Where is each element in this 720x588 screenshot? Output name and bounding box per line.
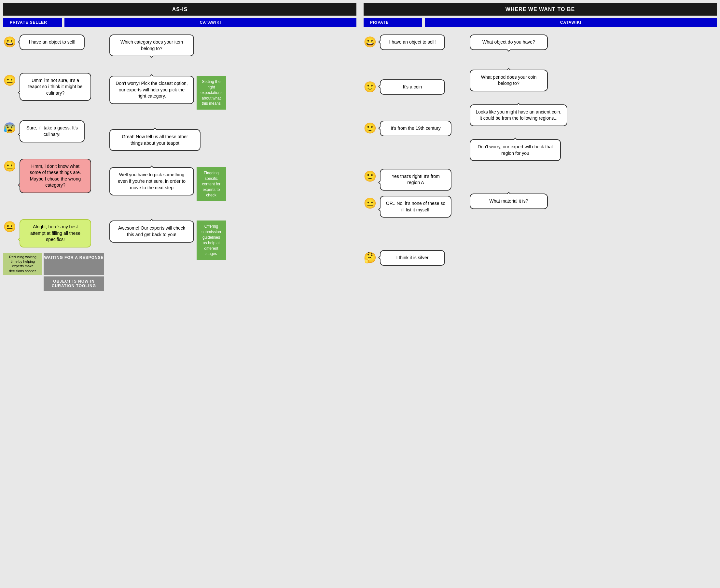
right-seller-row-2: 🙂 It's a coin	[364, 79, 464, 95]
right-emoji-4: 🙂	[364, 170, 377, 183]
right-seller-row-3: 🙂 It's from the 19th century	[364, 121, 464, 136]
left-cata-row-3: Great! Now tell us all these other thing…	[109, 129, 356, 151]
right-column-headers: PRIVATE CATAWIKI	[364, 18, 717, 27]
left-cata-row-4: Well you have to pick something even if …	[109, 167, 356, 201]
left-section-header: AS-IS	[3, 3, 356, 16]
emoji-4: 😐	[3, 160, 16, 172]
cata-note-2: Setting the right expectations about wha…	[197, 76, 226, 110]
cata-bubble-2: Don't worry! Pick the closest option, ou…	[109, 76, 194, 104]
cata-bubble-3: Great! Now tell us all these other thing…	[109, 129, 200, 151]
emoji-2: 😐	[3, 74, 16, 86]
left-cata-col: Which category does your item belong to?…	[109, 32, 356, 291]
right-seller-bubble-2: It's a coin	[380, 79, 445, 95]
right-seller-row-5: 😐 OR.. No, it's none of these so i'll li…	[364, 196, 464, 217]
emoji-5: 😐	[3, 220, 16, 233]
right-emoji-6: 🤔	[364, 251, 377, 264]
left-private-header: PRIVATE SELLER	[3, 18, 62, 27]
cata-bubble-1: Which category does your item belong to?	[109, 35, 194, 56]
seller-bubble-1: I have an object to sell!	[20, 35, 85, 50]
right-emoji-2: 🙂	[364, 81, 377, 93]
right-two-col: 😀 I have an object to sell! 🙂 It's a coi…	[364, 32, 717, 266]
left-seller-row-4: 😐 Hmm, i don't know what some of these t…	[3, 159, 104, 193]
right-private-header: PRIVATE	[364, 18, 422, 27]
left-cata-row-2: Don't worry! Pick the closest option, ou…	[109, 76, 356, 110]
right-emoji-3: 🙂	[364, 122, 377, 134]
right-seller-bubble-3: It's from the 19th century	[380, 121, 452, 136]
right-seller-bubble-6: I think it is silver	[380, 250, 445, 266]
bottom-bar-row-2: OBJECT IS NOW IN CURATION TOOLING	[3, 276, 104, 291]
left-catawiki-header: CATAWIKI	[64, 18, 356, 27]
right-seller-bubble-5: OR.. No, it's none of these so i'll list…	[380, 196, 452, 217]
left-seller-row-3: 😰 Sure, i'll take a guess. It's culinary…	[3, 120, 104, 142]
left-bottom-bars: Reducing waiting time by helping experts…	[3, 253, 104, 291]
seller-bubble-2: Umm i'm not sure, It's a teapot so i thi…	[20, 73, 91, 101]
cata-note-4: Flagging specific content for experts to…	[197, 167, 226, 201]
right-cata-row-1: What object do you have?	[470, 35, 717, 50]
seller-bubble-4: Hmm, i don't know what some of these thi…	[20, 159, 91, 193]
right-emoji-5: 😐	[364, 197, 377, 209]
bottom-bar-row-1: Reducing waiting time by helping experts…	[3, 253, 104, 275]
right-section: WHERE WE WANT TO BE PRIVATE CATAWIKI 😀 I…	[360, 0, 720, 588]
right-emoji-1: 😀	[364, 36, 377, 48]
right-cata-row-5: What material it is?	[470, 193, 717, 209]
cata-note-5: Offering submission guidelines as help a…	[197, 220, 226, 260]
bottom-bar-1: WAITING FOR A RESPONSE	[44, 253, 104, 275]
left-seller-row-1: 😀 I have an object to sell!	[3, 35, 104, 50]
right-private-col: 😀 I have an object to sell! 🙂 It's a coi…	[364, 32, 464, 266]
main-container: AS-IS PRIVATE SELLER CATAWIKI 😀 I have a…	[0, 0, 720, 588]
bottom-note: Reducing waiting time by helping experts…	[3, 253, 42, 275]
left-cata-row-5: Awesome! Our experts will check this and…	[109, 220, 356, 260]
emoji-3: 😰	[3, 122, 16, 134]
emoji-1: 😀	[3, 36, 16, 48]
right-seller-bubble-4: Yes that's right! It's from region A	[380, 169, 452, 191]
left-section: AS-IS PRIVATE SELLER CATAWIKI 😀 I have a…	[0, 0, 360, 588]
bottom-bar-2: OBJECT IS NOW IN CURATION TOOLING	[44, 276, 104, 291]
left-cata-row-1: Which category does your item belong to?	[109, 35, 356, 56]
seller-bubble-5: Alright, here's my best attempt at filli…	[20, 219, 91, 248]
right-cata-bubble-5: What material it is?	[470, 193, 548, 209]
right-cata-bubble-2: What period does your coin belong to?	[470, 69, 548, 91]
cata-bubble-5: Awesome! Our experts will check this and…	[109, 220, 194, 242]
right-seller-row-4: 🙂 Yes that's right! It's from region A	[364, 169, 464, 191]
right-cata-row-2: What period does your coin belong to?	[470, 69, 717, 91]
right-cata-row-3: Looks like you might have an ancient coi…	[470, 104, 717, 126]
left-seller-row-5: 😐 Alright, here's my best attempt at fil…	[3, 219, 104, 248]
right-cata-row-4: Don't worry, our expert will check that …	[470, 139, 717, 161]
right-section-header: WHERE WE WANT TO BE	[364, 3, 717, 16]
right-cata-bubble-3: Looks like you might have an ancient coi…	[470, 104, 567, 126]
right-seller-bubble-1: I have an object to sell!	[380, 35, 445, 50]
left-two-col: 😀 I have an object to sell! 😐 Umm i'm no…	[3, 32, 356, 291]
cata-bubble-4: Well you have to pick something even if …	[109, 167, 194, 195]
right-catawiki-header: CATAWIKI	[425, 18, 717, 27]
right-cata-bubble-4: Don't worry, our expert will check that …	[470, 139, 561, 161]
right-seller-row-6: 🤔 I think it is silver	[364, 250, 464, 266]
left-seller-row-2: 😐 Umm i'm not sure, It's a teapot so i t…	[3, 73, 104, 101]
right-cata-col: What object do you have? What period doe…	[470, 32, 717, 266]
left-private-col: 😀 I have an object to sell! 😐 Umm i'm no…	[3, 32, 104, 291]
right-cata-bubble-1: What object do you have?	[470, 35, 548, 50]
seller-bubble-3: Sure, i'll take a guess. It's culinary!	[20, 120, 85, 142]
right-seller-row-1: 😀 I have an object to sell!	[364, 35, 464, 50]
left-column-headers: PRIVATE SELLER CATAWIKI	[3, 18, 356, 27]
